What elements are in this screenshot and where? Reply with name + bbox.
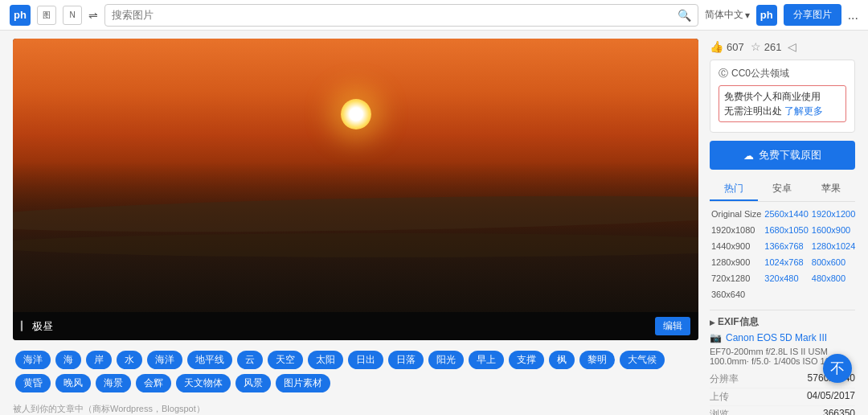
image-area: ▎ 极昼 编辑 海洋海岸水海洋地平线云天空太阳日出日落阳光早上支撑枫黎明大气候黄… bbox=[13, 39, 698, 415]
main-image-container: ▎ 极昼 编辑 bbox=[13, 39, 698, 340]
license-link[interactable]: 了解更多 bbox=[784, 105, 823, 117]
exif-value: 366350 bbox=[823, 408, 855, 415]
tag-item[interactable]: 会辉 bbox=[136, 374, 171, 392]
sun-decoration bbox=[341, 99, 371, 129]
edit-button[interactable]: 编辑 bbox=[655, 317, 690, 335]
exif-label: 上传 bbox=[710, 390, 729, 404]
size-item[interactable]: 1600x900 bbox=[810, 223, 857, 237]
size-item[interactable]: 480x800 bbox=[810, 271, 857, 286]
title-bar-icon: ▎ bbox=[21, 321, 27, 331]
tag-item[interactable]: 云 bbox=[237, 351, 263, 369]
tag-item[interactable]: 海 bbox=[55, 351, 81, 369]
tag-item[interactable]: 海洋 bbox=[15, 351, 51, 369]
scroll-to-top-button[interactable]: 不 bbox=[823, 354, 852, 383]
exif-row: 浏览366350 bbox=[710, 406, 855, 415]
size-item: 1920x1080 bbox=[710, 223, 763, 237]
tag-item[interactable]: 岸 bbox=[86, 351, 112, 369]
size-item[interactable]: 1024x768 bbox=[763, 255, 809, 269]
camera-icon: 📷 bbox=[710, 332, 722, 343]
size-item[interactable]: 1366x768 bbox=[763, 239, 809, 253]
camera-name: Canon EOS 5D Mark III bbox=[726, 332, 827, 343]
tag-item[interactable]: 地平线 bbox=[187, 351, 232, 369]
share-action-button[interactable]: ◁ bbox=[788, 40, 796, 53]
shuffle-icon[interactable]: ⇌ bbox=[88, 9, 98, 22]
share-icon: ◁ bbox=[788, 40, 796, 53]
star-icon: ☆ bbox=[751, 40, 761, 53]
tab-android[interactable]: 安卓 bbox=[758, 178, 806, 201]
license-highlight: 免费供个人和商业使用 无需注明出处 了解更多 bbox=[719, 85, 846, 122]
search-bar: 🔍 bbox=[104, 4, 698, 27]
logo[interactable]: ph bbox=[10, 5, 31, 26]
tag-item[interactable]: 海洋 bbox=[147, 351, 182, 369]
size-item[interactable]: 1680x1050 bbox=[763, 223, 809, 237]
size-item[interactable]: 320x480 bbox=[763, 271, 809, 286]
size-item: 360x640 bbox=[710, 287, 763, 302]
size-item: 1280x900 bbox=[710, 255, 763, 269]
tag-item[interactable]: 枫 bbox=[549, 351, 575, 369]
tag-item[interactable]: 水 bbox=[117, 351, 142, 369]
size-item[interactable]: 1280x1024 bbox=[810, 239, 857, 253]
cc-icon: Ⓒ bbox=[719, 67, 728, 80]
size-item[interactable]: 800x600 bbox=[810, 255, 857, 269]
exif-row: 上传04/05/2017 bbox=[710, 388, 855, 406]
like-button[interactable]: 👍 607 bbox=[710, 40, 744, 53]
upload-info: 被人到你的文章中（商标Wordpress，Blogspot） bbox=[13, 400, 698, 415]
n-icon-btn[interactable]: N bbox=[63, 6, 82, 25]
language-button[interactable]: 简体中文 ▾ bbox=[705, 8, 750, 22]
tag-item[interactable]: 日落 bbox=[388, 351, 424, 369]
tag-item[interactable]: 海景 bbox=[96, 374, 131, 392]
star-count: 261 bbox=[764, 41, 782, 53]
tag-item[interactable]: 大气候 bbox=[620, 351, 665, 369]
tag-item[interactable]: 支撑 bbox=[509, 351, 544, 369]
action-bar: 👍 607 ☆ 261 ◁ bbox=[710, 39, 855, 60]
tag-item[interactable]: 黎明 bbox=[579, 351, 615, 369]
tab-popular[interactable]: 热门 bbox=[710, 178, 758, 201]
ph-logo-button[interactable]: ph bbox=[756, 5, 777, 26]
tags-area: 海洋海岸水海洋地平线云天空太阳日出日落阳光早上支撑枫黎明大气候黄昏晚风海景会辉天… bbox=[13, 340, 698, 400]
tag-item[interactable]: 图片素材 bbox=[276, 374, 330, 392]
size-item[interactable] bbox=[810, 287, 857, 302]
header-right: 简体中文 ▾ ph 分享图片 ... bbox=[705, 4, 858, 26]
exif-value: 04/05/2017 bbox=[807, 390, 855, 404]
size-item[interactable]: 1920x1200 bbox=[810, 207, 857, 221]
header: ph 图 N ⇌ 🔍 简体中文 ▾ ph 分享图片 ... bbox=[0, 0, 868, 31]
search-input[interactable] bbox=[112, 9, 678, 21]
exif-section-title: ▸ EXIF信息 bbox=[710, 310, 855, 332]
cloud-icon: ☁ bbox=[743, 150, 754, 162]
more-button[interactable]: ... bbox=[848, 8, 858, 23]
size-item: 720x1280 bbox=[710, 271, 763, 286]
exif-icon: ▸ bbox=[710, 317, 714, 328]
exif-label: 分辨率 bbox=[710, 372, 739, 386]
size-tabs: 热门 安卓 苹果 bbox=[710, 178, 855, 202]
download-button[interactable]: ☁ 免费下载原图 bbox=[710, 141, 855, 170]
image-title: 极昼 bbox=[32, 319, 53, 334]
size-item: Original Size bbox=[710, 207, 763, 221]
main-content: ▎ 极昼 编辑 海洋海岸水海洋地平线云天空太阳日出日落阳光早上支撑枫黎明大气候黄… bbox=[0, 31, 868, 415]
tag-item[interactable]: 日出 bbox=[348, 351, 383, 369]
tag-item[interactable]: 天文物体 bbox=[176, 374, 231, 392]
tag-item[interactable]: 天空 bbox=[268, 351, 303, 369]
tag-item[interactable]: 早上 bbox=[469, 351, 504, 369]
tab-apple[interactable]: 苹果 bbox=[807, 178, 855, 201]
tag-item[interactable]: 黄昏 bbox=[15, 374, 51, 392]
tag-item[interactable]: 阳光 bbox=[428, 351, 464, 369]
exif-label: 浏览 bbox=[710, 408, 729, 415]
size-item[interactable]: 2560x1440 bbox=[763, 207, 809, 221]
size-item[interactable] bbox=[763, 287, 809, 302]
image-bottom-bar: ▎ 极昼 编辑 bbox=[13, 312, 698, 340]
license-box: Ⓒ CC0公共领域 免费供个人和商业使用 无需注明出处 了解更多 bbox=[710, 60, 855, 133]
size-grid: Original Size2560x14401920x12001920x1080… bbox=[710, 207, 855, 302]
image-icon-btn[interactable]: 图 bbox=[37, 6, 56, 25]
tag-item[interactable]: 晚风 bbox=[55, 374, 91, 392]
like-icon: 👍 bbox=[710, 40, 723, 53]
share-button[interactable]: 分享图片 bbox=[784, 4, 841, 26]
exif-camera: 📷 Canon EOS 5D Mark III bbox=[710, 332, 855, 343]
license-line2: 无需注明出处 了解更多 bbox=[724, 104, 841, 118]
license-title: Ⓒ CC0公共领域 bbox=[719, 67, 846, 80]
tag-item[interactable]: 太阳 bbox=[308, 351, 343, 369]
star-button[interactable]: ☆ 261 bbox=[751, 40, 782, 53]
main-image bbox=[13, 39, 698, 312]
tag-item[interactable]: 风景 bbox=[235, 374, 271, 392]
chevron-down-icon: ▾ bbox=[745, 10, 750, 21]
size-item: 1440x900 bbox=[710, 239, 763, 253]
